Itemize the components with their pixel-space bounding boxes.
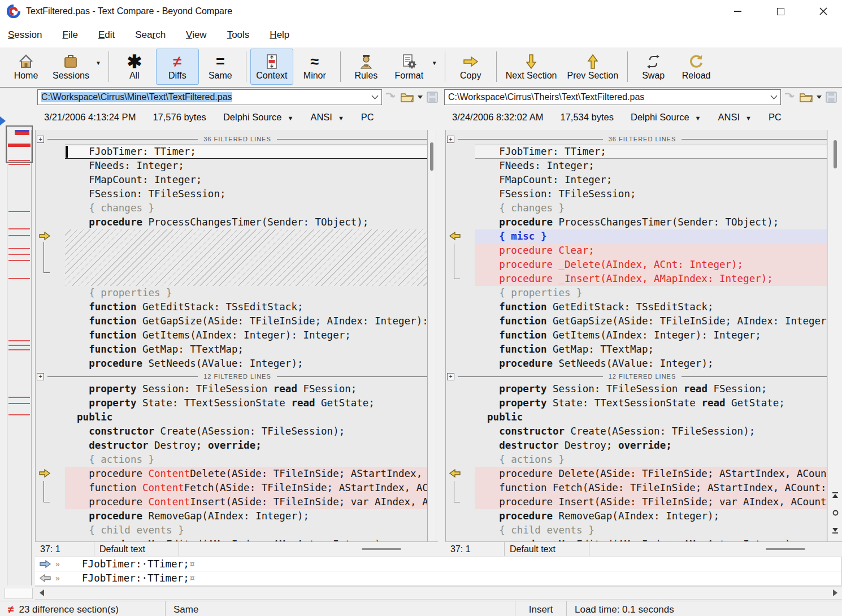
code-line[interactable]: procedure SetNeeds(AValue: Integer); <box>446 357 827 371</box>
difference-mark[interactable] <box>8 160 30 161</box>
toolbar-button-sessions[interactable]: Sessions <box>47 49 94 85</box>
menu-item-help[interactable]: Help <box>270 29 289 41</box>
missing-lines-gap-row[interactable] <box>36 229 427 286</box>
code-line[interactable]: FSession: TFileSession; <box>36 187 427 201</box>
code-line[interactable]: property State: TTextSessionState read G… <box>446 396 827 410</box>
code-line[interactable]: constructor Create(ASession: TFileSessio… <box>36 424 427 439</box>
menu-item-search[interactable]: Search <box>135 29 166 41</box>
line-details-pane[interactable]: » FJobTimer:·TTimer;¤» FJobTimer:·TTimer… <box>35 557 842 585</box>
scroll-left-icon[interactable] <box>36 587 47 599</box>
code-line[interactable]: function ContentFetch(ASide: TFileInSide… <box>36 481 427 495</box>
difference-mark[interactable] <box>8 248 30 249</box>
code-line[interactable]: { properties } <box>36 286 427 300</box>
code-text[interactable]: FSession: TFileSession; <box>475 187 827 201</box>
right-code-pane[interactable]: +36 FILTERED LINES FJobTimer: TTimer; FN… <box>445 130 827 541</box>
code-line[interactable]: function GetGapSize(ASide: TFileInSide; … <box>446 314 827 328</box>
code-text[interactable]: function GetMap: TTextMap; <box>475 342 827 357</box>
code-line[interactable]: property State: TTextSessionState read G… <box>36 396 427 410</box>
toolbar-button-rules[interactable]: Rules <box>345 49 388 85</box>
difference-mark[interactable] <box>8 403 30 404</box>
expand-plus-icon[interactable]: + <box>447 136 454 143</box>
code-line[interactable]: destructor Destroy; override; <box>36 439 427 453</box>
code-text[interactable]: { properties } <box>475 286 827 300</box>
code-text[interactable]: { actions } <box>475 453 827 467</box>
code-text[interactable]: procedure SetNeeds(AValue: Integer); <box>65 357 427 371</box>
code-text[interactable]: property State: TTextSessionState read G… <box>65 396 427 410</box>
code-text[interactable]: FNeeds: Integer; <box>475 159 827 173</box>
code-line[interactable]: procedure ContentDelete(ASide: TFileInSi… <box>36 467 427 481</box>
code-line[interactable]: { changes } <box>446 201 827 215</box>
code-line[interactable]: procedure SetNeeds(AValue: Integer); <box>36 357 427 371</box>
code-text[interactable]: { actions } <box>65 453 427 467</box>
code-text[interactable]: function GetItems(AIndex: Integer): Inte… <box>65 328 427 342</box>
code-line[interactable]: FMapCount: Integer; <box>36 173 427 187</box>
difference-mark[interactable] <box>8 211 30 212</box>
map-viewport-box[interactable] <box>6 125 33 163</box>
code-line[interactable]: property Session: TFileSession read FSes… <box>446 382 827 396</box>
copy-section-left-arrow-icon[interactable] <box>446 229 475 244</box>
gutter-cell[interactable] <box>446 495 475 509</box>
right-file-path-combo[interactable]: C:\Workspace\Cirrus\Theirs\Text\TextFilt… <box>444 89 781 105</box>
detail-line-row[interactable]: » FJobTimer:·TTimer;¤ <box>35 557 841 571</box>
code-line[interactable]: procedure ProcessChangesTimer(Sender: TO… <box>36 215 427 229</box>
toolbar-button-swap[interactable]: Swap <box>632 49 675 85</box>
code-text[interactable]: FSession: TFileSession; <box>65 187 427 201</box>
left-splitter-grip[interactable] <box>325 542 438 556</box>
code-line[interactable]: FNeeds: Integer; <box>36 159 427 173</box>
chevron-down-icon[interactable] <box>767 95 780 99</box>
code-text[interactable]: function GetEditStack: TSsEditStack; <box>65 300 427 314</box>
code-line[interactable]: function GetGapSize(ASide: TFileInSide; … <box>36 314 427 328</box>
swap-sides-icon[interactable] <box>382 89 399 105</box>
code-text[interactable]: procedure Insert(ASide: TFileInSide; var… <box>475 495 827 509</box>
toolbar-button-diffs[interactable]: ≠Diffs <box>156 49 199 85</box>
minimize-button[interactable] <box>724 3 750 20</box>
gutter-cell[interactable] <box>36 481 65 495</box>
expand-plus-icon[interactable]: + <box>37 373 44 380</box>
open-folder-icon[interactable] <box>399 89 416 105</box>
difference-mark[interactable] <box>8 349 30 350</box>
code-text[interactable]: FJobTimer: TTimer; <box>475 145 827 159</box>
code-text[interactable]: procedure ProcessChangesTimer(Sender: TO… <box>475 215 827 229</box>
code-line[interactable]: FSession: TFileSession; <box>446 187 827 201</box>
detail-right-arrow-icon[interactable] <box>35 559 55 569</box>
detail-line-row[interactable]: » FJobTimer:·TTimer;¤ <box>35 571 841 585</box>
code-text[interactable]: constructor Create(ASession: TFileSessio… <box>475 424 827 439</box>
code-line[interactable]: procedure RemoveGap(AIndex: Integer); <box>36 509 427 523</box>
toolbar-button-same[interactable]: =Same <box>199 49 242 85</box>
code-text[interactable]: FNeeds: Integer; <box>65 159 427 173</box>
left-vertical-scrollbar[interactable] <box>428 130 436 541</box>
maximize-button[interactable] <box>767 3 793 20</box>
scrollbar-thumb[interactable] <box>430 142 433 171</box>
code-line[interactable]: procedure _Delete(AIndex, ACnt: Integer)… <box>446 258 827 272</box>
menu-item-view[interactable]: View <box>186 29 207 41</box>
save-icon[interactable] <box>424 89 441 105</box>
code-text[interactable]: FMapCount: Integer; <box>65 173 427 187</box>
code-text[interactable]: function ContentFetch(ASide: TFileInSide… <box>65 481 427 495</box>
code-line[interactable]: property Session: TFileSession read FSes… <box>36 382 427 396</box>
copy-section-right-arrow-icon[interactable] <box>36 467 65 481</box>
expand-plus-icon[interactable]: + <box>447 373 454 380</box>
code-text[interactable]: FJobTimer: TTimer; <box>65 145 427 159</box>
code-text[interactable]: procedure MapEdited(AMapIndex, AMapAuto:… <box>475 537 827 541</box>
code-text[interactable]: FMapCount: Integer; <box>475 173 827 187</box>
expand-plus-icon[interactable]: + <box>37 136 44 143</box>
save-icon[interactable] <box>823 89 840 105</box>
scroll-center-icon[interactable] <box>832 508 839 518</box>
difference-mark[interactable] <box>8 164 30 165</box>
toolbar-button-home[interactable]: Home <box>5 49 47 85</box>
code-line[interactable]: function GetItems(AIndex: Integer): Inte… <box>446 328 827 342</box>
code-text[interactable]: procedure ProcessChangesTimer(Sender: TO… <box>65 215 427 229</box>
left-code-pane[interactable]: +36 FILTERED LINES FJobTimer: TTimer; FN… <box>35 130 428 541</box>
difference-mark[interactable] <box>8 345 30 346</box>
code-line[interactable]: function GetEditStack: TSsEditStack; <box>446 300 827 314</box>
left-file-format-dropdown[interactable]: Delphi Source▼ <box>223 112 294 123</box>
code-line[interactable]: procedure Delete(ASide: TFileInSide; ASt… <box>446 467 827 481</box>
difference-mark[interactable] <box>8 260 30 261</box>
code-text[interactable]: function GetEditStack: TSsEditStack; <box>475 300 827 314</box>
difference-map[interactable] <box>0 130 35 585</box>
folder-dropdown-caret-icon[interactable] <box>815 89 823 105</box>
chevron-down-icon[interactable] <box>368 95 381 99</box>
code-line[interactable]: procedure MapEdited(AMapIndex, AMapAuto:… <box>446 537 827 541</box>
difference-mark[interactable] <box>8 397 30 398</box>
code-text[interactable]: destructor Destroy; override; <box>475 439 827 453</box>
